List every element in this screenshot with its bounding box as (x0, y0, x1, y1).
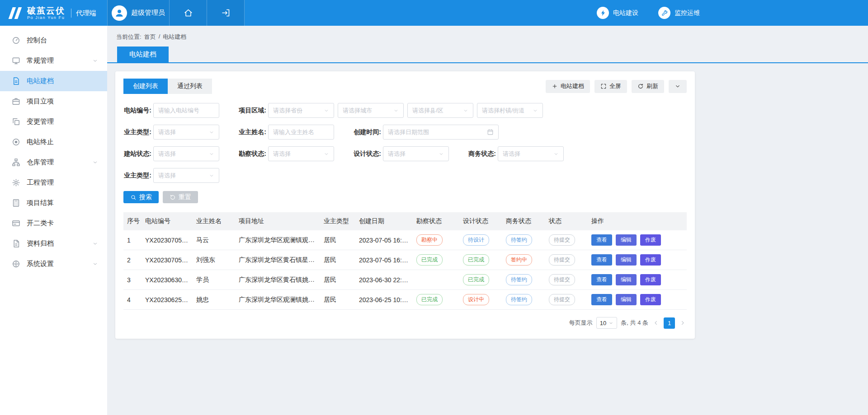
filter-input-station-no[interactable] (153, 103, 219, 118)
cell-business-status: 待签约 (502, 230, 545, 250)
sidebar-item-project-settlement[interactable]: 项目结算 (0, 193, 107, 213)
filter-select-survey-status[interactable]: 请选择 (268, 146, 334, 161)
filter-select-owner-type-2[interactable]: 请选择 (153, 168, 219, 183)
filter-select-business-status[interactable]: 请选择 (498, 146, 564, 161)
cell-created: 2023-06-30 22:45:57 (355, 270, 413, 290)
search-button[interactable]: 搜索 (123, 191, 159, 203)
filter-field-business-status: 商务状态:请选择 (468, 146, 564, 161)
filter-select-build-status[interactable]: 请选择 (153, 146, 219, 161)
chevron-down-icon (609, 321, 613, 326)
sidebar-item-label: 常规管理 (27, 56, 54, 65)
user-avatar-icon (112, 5, 127, 21)
header-shortcuts: 电站建设监控运维 (597, 0, 700, 26)
cell-business-status: 签约中 (502, 250, 545, 270)
page-1-button[interactable]: 1 (664, 317, 675, 329)
action-void-button[interactable]: 作废 (640, 234, 661, 246)
copy-icon (12, 117, 20, 126)
cell-station-no: YX2023063000009 (142, 270, 193, 290)
table-body: 1YX2023070500011马云广东深圳龙华区观澜镇观湖路...居民2023… (123, 230, 687, 310)
tab-passed-list[interactable]: 通过列表 (168, 79, 212, 94)
sidebar-item-station-termination[interactable]: 电站终止 (0, 132, 107, 152)
cell-overall-status: 待提交 (545, 290, 588, 310)
search-icon (130, 194, 137, 201)
archive-icon (12, 239, 20, 248)
sidebar-item-engineering-mgmt[interactable]: 工程管理 (0, 173, 107, 193)
filter-input-owner-name[interactable] (268, 125, 334, 140)
cell-survey-status: 勘察中 (413, 230, 459, 250)
cell-design-status: 已完成 (459, 270, 502, 290)
sidebar-item-label: 变更管理 (27, 117, 54, 126)
logout-button[interactable] (207, 0, 245, 26)
chevron-down-icon (553, 151, 559, 157)
filter-select-project-region-0[interactable]: 请选择省份 (268, 103, 334, 118)
home-button[interactable] (170, 0, 207, 26)
chevron-down-icon (92, 159, 98, 165)
sidebar-item-system-settings[interactable]: 系统设置 (0, 254, 107, 274)
filter-select-owner-type[interactable]: 请选择 (153, 125, 219, 140)
filter-label: 业主类型: (123, 128, 151, 136)
sidebar-item-dashboard[interactable]: 控制台 (0, 30, 107, 51)
sidebar-item-station-archive[interactable]: 电站建档 (0, 71, 107, 91)
reset-button[interactable]: 重置 (163, 191, 198, 203)
create-station-button[interactable]: 电站建档 (546, 80, 590, 93)
page-tab-station-archive[interactable]: 电站建档 (117, 47, 169, 62)
column-header: 设计状态 (459, 212, 502, 230)
action-edit-button[interactable]: 编辑 (616, 254, 637, 266)
cell-created: 2023-07-05 16:42:22 (355, 230, 413, 250)
breadcrumb-prefix: 当前位置: (116, 33, 142, 41)
logo-tag: 代理端 (71, 9, 96, 18)
filter-date-create-time[interactable]: 请选择日期范围 (383, 125, 499, 140)
fullscreen-button[interactable]: 全屏 (594, 80, 627, 93)
sidebar-item-data-archive[interactable]: 资料归档 (0, 233, 107, 254)
header-shortcut-monitor-ops[interactable]: 监控运维 (658, 7, 700, 19)
filter-select-design-status[interactable]: 请选择 (383, 146, 449, 161)
action-void-button[interactable]: 作废 (640, 294, 661, 305)
chevron-down-icon (463, 108, 468, 113)
action-view-button[interactable]: 查看 (591, 254, 612, 266)
per-page-select[interactable]: 10 (596, 317, 617, 329)
sitemap-icon (12, 158, 20, 167)
cell-design-status: 已完成 (459, 250, 502, 270)
action-void-button[interactable]: 作废 (640, 254, 661, 266)
column-header: 创建日期 (355, 212, 413, 230)
sidebar-item-warehouse-mgmt[interactable]: 仓库管理 (0, 152, 107, 173)
column-header: 勘察状态 (413, 212, 459, 230)
logo-subtitle: Po Jian Yun Fu (27, 15, 65, 20)
action-void-button[interactable]: 作废 (640, 274, 661, 285)
tab-create-list[interactable]: 创建列表 (123, 79, 168, 94)
sidebar-item-project-initiation[interactable]: 项目立项 (0, 91, 107, 112)
sidebar-item-general-mgmt[interactable]: 常规管理 (0, 51, 107, 71)
header-shortcut-station-build[interactable]: 电站建设 (597, 7, 638, 19)
column-header: 业主姓名 (193, 212, 235, 230)
filter-select-project-region-2[interactable]: 请选择县/区 (407, 103, 473, 118)
survey-status-badge: 已完成 (416, 294, 443, 305)
action-edit-button[interactable]: 编辑 (616, 294, 637, 305)
breadcrumb-home-link[interactable]: 首页 (144, 33, 156, 41)
action-view-button[interactable]: 查看 (591, 294, 612, 305)
sidebar-item-change-mgmt[interactable]: 变更管理 (0, 112, 107, 132)
cell-owner-name: 学员 (193, 270, 235, 290)
action-edit-button[interactable]: 编辑 (616, 234, 637, 246)
refresh-button[interactable]: 刷新 (632, 80, 664, 93)
create-station-label: 电站建档 (561, 82, 584, 90)
collapse-filters-button[interactable] (669, 80, 687, 93)
survey-status-badge: 勘察中 (416, 234, 443, 246)
filter-select-project-region-3[interactable]: 请选择村镇/街道 (477, 103, 543, 118)
sidebar-item-second-class-card[interactable]: 开二类卡 (0, 213, 107, 233)
logo[interactable]: 破茧云伏 Po Jian Yun Fu 代理端 (0, 0, 107, 26)
header-shortcut-label: 电站建设 (613, 9, 638, 17)
filter-field-owner-name: 业主姓名: (238, 125, 334, 140)
action-view-button[interactable]: 查看 (591, 234, 612, 246)
prev-page-button[interactable] (652, 319, 660, 327)
action-edit-button[interactable]: 编辑 (616, 274, 637, 285)
next-page-button[interactable] (679, 319, 687, 327)
cell-design-status: 待设计 (459, 230, 502, 250)
filter-select-project-region-1[interactable]: 请选择城市 (338, 103, 404, 118)
logout-icon (221, 8, 231, 18)
per-page-label: 每页显示 (569, 319, 593, 327)
chevron-down-icon (209, 173, 214, 178)
design-status-badge: 待设计 (463, 234, 489, 246)
action-view-button[interactable]: 查看 (591, 274, 612, 285)
user-menu[interactable]: 超级管理员 (107, 0, 170, 26)
survey-status-badge: 已完成 (416, 254, 443, 266)
